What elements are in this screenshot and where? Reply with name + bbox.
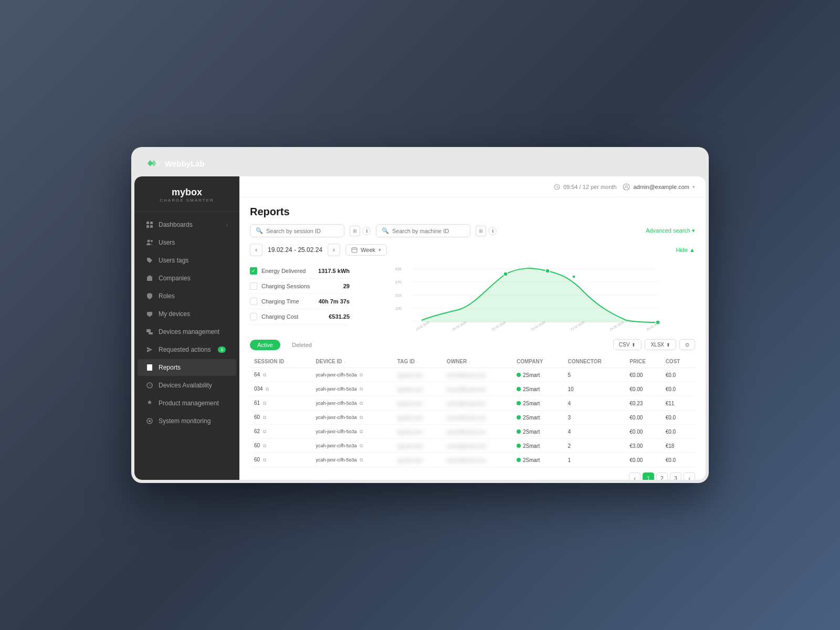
sidebar-item-requested-actions[interactable]: Requested actions 6 — [138, 341, 236, 358]
export-xlsx-button[interactable]: XLSX ⬆ — [645, 339, 676, 350]
header-user: admin@example.com ▾ — [623, 183, 695, 191]
machine-qr-button[interactable]: ⊞ — [476, 226, 486, 236]
stat-energy-delivered: Energy Delivered 1317.5 kWh — [250, 264, 350, 279]
session-qr-button[interactable]: ⊞ — [350, 226, 360, 236]
page-title: Reports — [250, 206, 695, 218]
page-1-button[interactable]: 1 — [643, 472, 654, 480]
sidebar-logo: mybox charge smarter — [134, 176, 239, 212]
svg-text:635: 635 — [395, 267, 402, 271]
copy-icon[interactable]: ⧉ — [263, 457, 266, 463]
cell-tag: tag-blur-text — [393, 453, 443, 467]
energy-chart: 635 470 310 100 — [358, 264, 695, 332]
sessions-label: Charging Sessions — [261, 283, 339, 289]
machine-search-input[interactable] — [392, 228, 465, 234]
app-name: WebbyLab — [165, 159, 205, 168]
copy-icon[interactable]: ⧉ — [360, 386, 363, 392]
cell-connector: 5 — [563, 368, 625, 382]
col-owner[interactable]: OWNER ↓ — [443, 355, 512, 368]
week-label: Week — [361, 247, 375, 253]
sidebar-item-product-management[interactable]: Product management — [138, 395, 236, 412]
sidebar-item-dashboards[interactable]: Dashboards › — [138, 216, 236, 233]
svg-rect-2 — [146, 225, 149, 228]
svg-point-17 — [149, 420, 151, 422]
stat-charging-sessions: Charging Sessions 29 — [250, 279, 350, 294]
cell-price: €0.00 — [625, 411, 661, 425]
copy-icon[interactable]: ⧉ — [360, 372, 363, 377]
date-range: 19.02.24 - 25.02.24 — [268, 246, 322, 254]
table-tabs: Active Deleted CSV ⬆ XLSX ⬆ ⊙ — [250, 339, 695, 350]
copy-icon[interactable]: ⧉ — [360, 415, 363, 420]
svg-text:470: 470 — [395, 280, 402, 284]
machine-search-box: 🔍 — [376, 224, 470, 237]
sidebar-item-companies[interactable]: Companies — [138, 270, 236, 287]
next-page-button[interactable]: › — [684, 472, 695, 480]
col-tag-id[interactable]: TAG ID ↓ — [393, 355, 443, 368]
prev-page-button[interactable]: ‹ — [629, 472, 640, 480]
session-info-button[interactable]: ℹ — [362, 227, 371, 235]
stat-charging-cost: Charging Cost €531.25 — [250, 309, 350, 324]
copy-icon[interactable]: ⧉ — [263, 429, 266, 434]
cell-price: €0.00 — [625, 425, 661, 439]
sidebar-item-devices-availability[interactable]: Devices Availability — [138, 377, 236, 394]
cell-cost: €11 — [662, 396, 695, 411]
time-checkbox[interactable] — [250, 298, 257, 305]
copy-icon[interactable]: ⧉ — [263, 401, 266, 406]
cell-owner: owner@email.com — [443, 396, 512, 411]
sidebar-item-system-monitoring[interactable]: System monitoring — [138, 413, 236, 429]
cost-checkbox[interactable] — [250, 313, 257, 320]
col-device-id[interactable]: DEVICE ID ↓ — [311, 355, 393, 368]
week-selector[interactable]: Week ▾ — [345, 244, 387, 256]
sidebar-item-users-tags[interactable]: Users tags — [138, 252, 236, 269]
user-circle-icon — [623, 183, 630, 191]
cell-tag: tag-blur-text — [393, 368, 443, 382]
app-logo: WebbyLab — [145, 158, 205, 169]
sidebar-label-companies: Companies — [159, 275, 191, 282]
filter-button[interactable]: ⊙ — [679, 339, 695, 350]
header-time-text: 09:54 / 12 per month — [563, 184, 617, 190]
sidebar-item-reports[interactable]: Reports — [138, 359, 236, 376]
page-2-button[interactable]: 2 — [656, 472, 668, 480]
export-csv-button[interactable]: CSV ⬆ — [613, 339, 642, 350]
advanced-search-link[interactable]: Advanced search ▾ — [646, 227, 695, 234]
cell-price: €0.00 — [625, 453, 661, 467]
prev-date-button[interactable]: ‹ — [250, 244, 262, 256]
copy-icon[interactable]: ⧉ — [360, 457, 363, 463]
session-search-box: 🔍 — [250, 224, 344, 237]
svg-text:100: 100 — [395, 307, 402, 310]
col-session-id[interactable]: SESSION ID ↓ — [250, 355, 311, 368]
svg-rect-3 — [150, 225, 153, 228]
cell-company: 2Smart — [512, 439, 563, 453]
machine-info-button[interactable]: ℹ — [488, 227, 497, 235]
sidebar-label-requested-actions: Requested actions — [159, 346, 211, 353]
page-3-button[interactable]: 3 — [670, 472, 681, 480]
cell-cost: €0.0 — [662, 411, 695, 425]
content-area: Reports 🔍 ⊞ ℹ 🔍 — [239, 197, 706, 480]
cell-company: 2Smart — [512, 453, 563, 467]
copy-icon[interactable]: ⧉ — [266, 386, 269, 392]
hide-chart-button[interactable]: Hide ▲ — [676, 247, 695, 253]
export-buttons: CSV ⬆ XLSX ⬆ ⊙ — [613, 339, 695, 350]
copy-icon[interactable]: ⧉ — [263, 415, 266, 420]
sidebar-item-roles[interactable]: Roles — [138, 288, 236, 304]
svg-point-4 — [148, 240, 150, 243]
sidebar-item-devices-management[interactable]: Devices management — [138, 323, 236, 340]
tab-active[interactable]: Active — [250, 340, 280, 350]
session-search-input[interactable] — [266, 228, 339, 234]
xlsx-label: XLSX — [650, 342, 664, 348]
next-date-button[interactable]: › — [328, 244, 340, 256]
copy-icon[interactable]: ⧉ — [360, 429, 363, 434]
sidebar-item-users[interactable]: Users — [138, 234, 236, 251]
tab-deleted[interactable]: Deleted — [285, 340, 319, 350]
sessions-checkbox[interactable] — [250, 282, 257, 290]
copy-icon[interactable]: ⧉ — [263, 443, 266, 448]
stat-charging-time: Charging Time 40h 7m 37s — [250, 294, 350, 309]
col-connector: CONNECTOR — [563, 355, 625, 368]
copy-icon[interactable]: ⧉ — [360, 401, 363, 406]
copy-icon[interactable]: ⧉ — [263, 372, 266, 377]
sidebar-label-users-tags: Users tags — [159, 257, 188, 264]
copy-icon[interactable]: ⧉ — [360, 443, 363, 448]
table-row: 034 ⧉ ycah-jwxr-cifh-5o3a ⧉ tag-blur-tex… — [250, 382, 695, 396]
energy-checkbox[interactable] — [250, 267, 257, 275]
sidebar-item-my-devices[interactable]: My devices — [138, 306, 236, 322]
calendar-icon — [351, 247, 358, 253]
